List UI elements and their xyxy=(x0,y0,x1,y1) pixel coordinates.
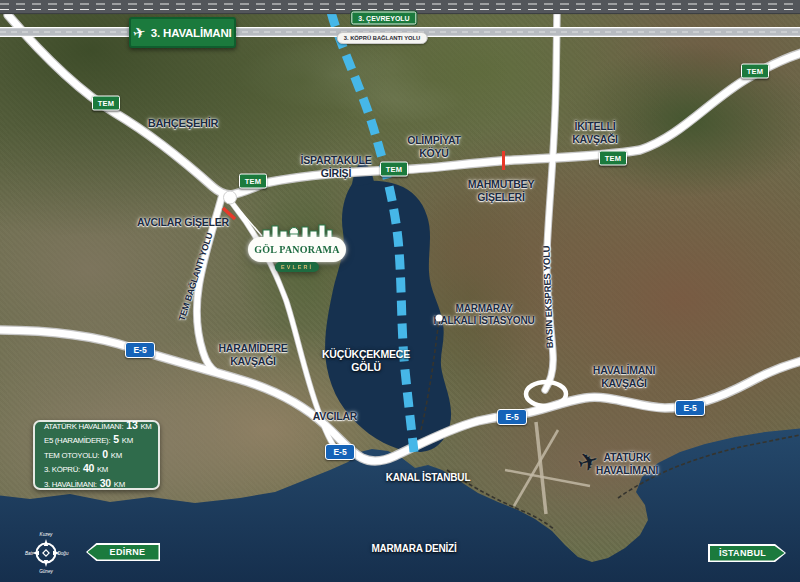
gol-panorama-logo: GÖL PANORAMA EVLERİ xyxy=(248,224,346,274)
tem-badge-5: TEM xyxy=(741,64,769,79)
compass-west-label: Batı xyxy=(25,551,34,556)
place-label-avcilar: AVCILAR xyxy=(313,410,358,423)
sea-label: MARMARA DENİZİ xyxy=(371,543,456,555)
tem-badge-4: TEM xyxy=(599,151,627,166)
distance-panel: ATATÜRK HAVALİMANI:13KM E5 (HARAMİDERE):… xyxy=(33,420,160,490)
place-label-ispartakule: İSPARTAKULE GİRİŞİ xyxy=(301,154,372,180)
compass-north-label: Kuzey xyxy=(40,532,53,537)
edirne-sign-label: EDİRNE xyxy=(88,545,159,560)
distance-row-2: E5 (HARAMİDERE):5KM xyxy=(44,433,158,448)
logo-subtitle: EVLERİ xyxy=(275,262,319,272)
plane-icon: ✈ xyxy=(131,22,147,42)
compass-east-label: Doğu xyxy=(58,551,69,556)
place-label-haramidere: HARAMİDERE KAVŞAĞI xyxy=(218,342,287,368)
location-map: BAHÇEŞEHİR İSPARTAKULE GİRİŞİ OLİMPİYAT … xyxy=(0,0,800,582)
place-label-ikitelli: İKİTELLİ KAVŞAĞI xyxy=(572,120,618,146)
bridge-connection-sign: 3. KÖPRÜ BAĞLANTI YOLU xyxy=(337,32,428,44)
distance-row-5: 3. HAVALİMANI:30KM xyxy=(44,477,158,492)
place-label-avcilar-giseler: AVCILAR GİŞELER xyxy=(137,216,229,229)
distance-row-1: ATATÜRK HAVALİMANI:13KM xyxy=(44,419,158,434)
e5-badge-3: E-5 xyxy=(497,409,527,425)
logo-title: GÖL PANORAMA xyxy=(248,237,346,262)
place-label-bahcesehir: BAHÇEŞEHİR xyxy=(148,117,219,130)
distance-row-3: TEM OTOYOLU:0KM xyxy=(44,448,158,463)
place-label-mahmutbey: MAHMUTBEY GİŞELERİ xyxy=(468,178,534,204)
compass-south-label: Güney xyxy=(39,569,53,574)
tem-badge-3: TEM xyxy=(380,162,408,177)
third-airport-sign-label: 3. HAVALİMANI xyxy=(151,27,232,39)
istanbul-sign: İSTANBUL xyxy=(708,544,786,562)
marmaray-station-dot xyxy=(436,315,443,322)
map-vector-layer xyxy=(0,0,800,582)
edirne-sign: EDİRNE xyxy=(86,543,160,561)
kanal-label: KANAL İSTANBUL xyxy=(386,472,471,484)
lake-label: KÜÇÜKÇEKMECE GÖLÜ xyxy=(322,348,410,374)
tem-badge-2: TEM xyxy=(239,174,267,189)
e5-badge-2: E-5 xyxy=(325,444,355,460)
toll-roundabout-marker xyxy=(224,191,237,204)
place-label-olimpiyat: OLİMPİYAT KÖYÜ xyxy=(407,134,461,160)
istanbul-sign-label: İSTANBUL xyxy=(710,546,785,561)
place-label-ataturk-havalimani: ATATÜRK HAVALİMANI xyxy=(596,451,658,477)
e5-badge-1: E-5 xyxy=(125,342,155,358)
compass-icon: Kuzey Doğu Güney Batı xyxy=(24,530,68,574)
place-label-havalimani-kavsagi: HAVALİMANI KAVŞAĞI xyxy=(593,364,655,390)
distance-row-4: 3. KÖPRÜ:40KM xyxy=(44,462,158,477)
e5-badge-4: E-5 xyxy=(675,400,705,416)
ring-road-sign: 3. ÇEVREYOLU xyxy=(351,12,416,25)
airport-runways xyxy=(505,422,590,514)
place-label-marmaray: MARMARAY HALKALI İSTASYONU xyxy=(434,303,535,327)
third-airport-sign: ✈ 3. HAVALİMANI xyxy=(129,17,236,48)
tem-badge-1: TEM xyxy=(92,96,120,111)
